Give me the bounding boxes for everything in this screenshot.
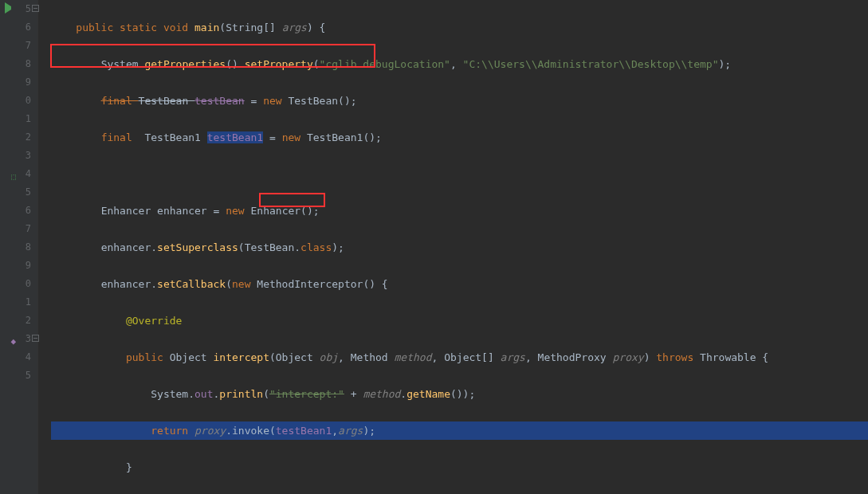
run-gutter-icon[interactable] <box>5 2 16 14</box>
caret-line: return proxy.invoke(testBean1,args); <box>51 421 868 440</box>
code-editor[interactable]: 5 6 7 8 9 0 1 2 3 ⬚4 5 6 7 8 9 0 1 2 ◆3 … <box>0 0 868 494</box>
override-icon[interactable]: ⬚ <box>5 167 16 178</box>
class-icon[interactable]: ◆ <box>5 332 16 343</box>
code-area[interactable]: public static void main(String[] args) {… <box>38 0 868 494</box>
selected-var: testBean1 <box>207 131 263 143</box>
gutter: 5 6 7 8 9 0 1 2 3 ⬚4 5 6 7 8 9 0 1 2 ◆3 … <box>0 0 38 494</box>
